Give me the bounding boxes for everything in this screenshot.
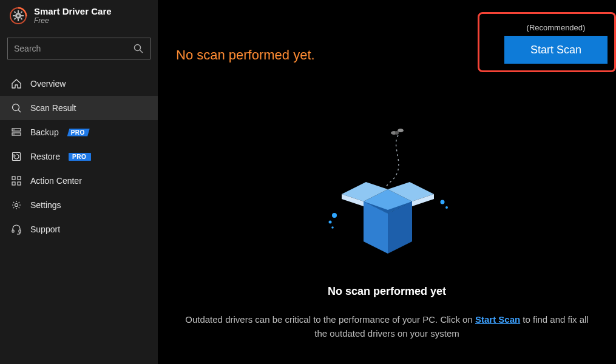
svg-point-40: [332, 213, 337, 218]
sidebar-item-action-center[interactable]: Action Center: [0, 169, 158, 193]
restore-icon: [11, 151, 22, 162]
gear-icon: [11, 200, 22, 211]
app-logo-icon: [8, 6, 28, 25]
sidebar-item-settings[interactable]: Settings: [0, 193, 158, 217]
svg-rect-21: [12, 177, 15, 180]
sidebar-item-restore[interactable]: Restore PRO: [0, 144, 158, 169]
nav: Overview Scan Result Backup PRO Rest: [0, 72, 158, 241]
svg-rect-22: [18, 177, 21, 180]
search-icon: [133, 43, 144, 54]
svg-point-19: [13, 133, 15, 135]
brand: Smart Driver Care Free: [0, 0, 158, 30]
svg-rect-6: [18, 19, 19, 21]
svg-rect-16: [12, 129, 21, 131]
search-input-wrapper[interactable]: [7, 38, 151, 59]
sidebar-item-label: Backup: [30, 127, 59, 137]
svg-rect-5: [18, 10, 19, 13]
svg-point-13: [17, 15, 19, 17]
svg-rect-12: [14, 18, 16, 20]
start-scan-button-label: Start Scan: [530, 44, 581, 56]
svg-point-44: [445, 206, 448, 209]
start-scan-highlight: (Recommended) Start Scan: [478, 12, 616, 72]
sidebar-item-label: Restore: [30, 152, 60, 161]
app-edition: Free: [34, 17, 112, 25]
svg-point-42: [331, 226, 334, 229]
svg-rect-10: [21, 18, 23, 20]
sidebar-item-scan-result[interactable]: Scan Result: [0, 96, 158, 120]
sidebar-item-label: Settings: [30, 200, 61, 210]
sidebar: Smart Driver Care Free Overview Scan: [0, 0, 158, 364]
svg-rect-9: [14, 11, 16, 13]
search-input[interactable]: [14, 44, 133, 53]
empty-state-title: No scan performed yet: [158, 285, 616, 298]
headset-icon: [11, 224, 22, 235]
svg-rect-8: [21, 15, 24, 16]
pro-badge: PRO: [67, 129, 90, 136]
sidebar-item-support[interactable]: Support: [0, 217, 158, 241]
sidebar-item-backup[interactable]: Backup PRO: [0, 120, 158, 144]
svg-rect-7: [13, 15, 15, 16]
start-scan-link[interactable]: Start Scan: [475, 314, 520, 325]
sidebar-item-label: Action Center: [30, 176, 82, 186]
svg-point-15: [13, 104, 19, 111]
home-icon: [11, 78, 22, 89]
svg-rect-26: [12, 230, 14, 232]
svg-rect-24: [18, 182, 21, 185]
svg-point-14: [135, 45, 141, 51]
sidebar-item-label: Scan Result: [30, 103, 76, 113]
grid-icon: [11, 175, 22, 186]
svg-point-43: [440, 200, 444, 204]
sidebar-item-overview[interactable]: Overview: [0, 72, 158, 96]
backup-icon: [11, 127, 22, 138]
start-scan-button[interactable]: Start Scan: [504, 36, 608, 64]
svg-point-28: [398, 129, 404, 132]
svg-point-18: [13, 129, 15, 130]
status-message: No scan performed yet.: [176, 47, 315, 63]
scan-icon: [11, 103, 22, 113]
recommended-label: (Recommended): [527, 23, 586, 32]
sidebar-item-label: Overview: [30, 79, 66, 89]
empty-state-description: Outdated drivers can be critical to the …: [158, 312, 616, 341]
main-content: No scan performed yet. (Recommended) Sta…: [158, 0, 616, 364]
svg-rect-27: [19, 230, 21, 232]
app-title: Smart Driver Care: [34, 6, 112, 16]
pro-badge: PRO: [69, 153, 91, 161]
empty-state-illustration: [323, 124, 451, 266]
sidebar-item-label: Support: [30, 224, 60, 234]
svg-rect-11: [21, 11, 23, 13]
svg-point-41: [328, 221, 331, 224]
svg-point-25: [15, 204, 18, 207]
svg-point-30: [395, 131, 399, 135]
svg-rect-17: [12, 133, 21, 135]
empty-desc-before: Outdated drivers can be critical to the …: [185, 314, 475, 325]
svg-rect-23: [12, 182, 15, 185]
